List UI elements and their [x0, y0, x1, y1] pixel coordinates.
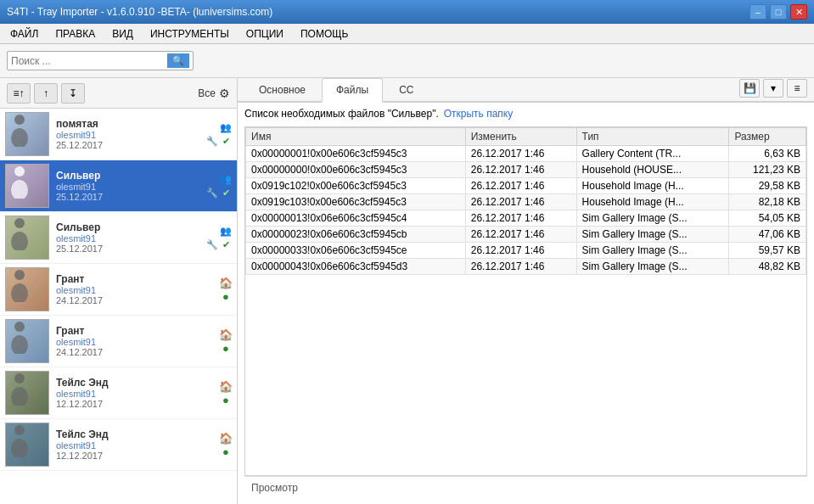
item-info: Тейлс Энд olesmit91 12.12.2017 [56, 377, 213, 409]
preview-section: Просмотр [244, 476, 807, 499]
svg-point-0 [14, 115, 25, 125]
file-size-cell: 59,57 KB [729, 243, 806, 259]
maximize-button[interactable]: □ [770, 4, 787, 20]
col-date[interactable]: Изменить [465, 128, 576, 146]
item-author: olesmit91 [56, 233, 199, 244]
save-button[interactable]: 💾 [739, 79, 760, 98]
svg-point-13 [11, 439, 28, 457]
file-table-wrapper: Имя Изменить Тип Размер 0x00000001!0x00e… [244, 126, 807, 476]
list-item[interactable]: Сильвер olesmit91 25.12.2017 👥 🔧 ✔ [0, 160, 237, 212]
item-name: Сильвер [56, 170, 199, 182]
menu-button[interactable]: ≡ [787, 79, 807, 98]
file-date-cell: 26.12.2017 1:46 [465, 194, 576, 210]
minimize-button[interactable]: – [749, 4, 766, 20]
up-button[interactable]: ↑ [34, 83, 58, 104]
window-controls: – □ ✕ [749, 4, 807, 20]
people-icon: 👥 [220, 173, 232, 185]
item-author: olesmit91 [56, 182, 199, 192]
item-icons: 🏠 ● [220, 277, 232, 302]
right-panel: Основное Файлы CC 💾 ▾ ≡ Список необходим… [238, 78, 814, 504]
file-type-cell: Sim Gallery Image (S... [576, 259, 729, 275]
col-size[interactable]: Размер [729, 128, 806, 146]
item-info: Грант olesmit91 24.12.2017 [56, 273, 213, 305]
file-date-cell: 26.12.2017 1:46 [465, 210, 576, 227]
item-name: Сильвер [56, 221, 199, 233]
search-input[interactable] [11, 55, 167, 67]
svg-point-3 [11, 180, 28, 199]
col-name[interactable]: Имя [246, 128, 466, 146]
item-info: Сильвер olesmit91 25.12.2017 [56, 170, 199, 202]
tool-icon: 🔧 [206, 187, 218, 199]
people-icon: 👥 [220, 121, 232, 133]
sim-icon: ● [220, 342, 232, 354]
tab-osnovnoe[interactable]: Основное [244, 78, 320, 101]
list-item[interactable]: Тейлс Энд olesmit91 12.12.2017 🏠 ● [0, 419, 237, 471]
sim-icon: ● [220, 394, 232, 406]
file-type-cell: Gallery Content (TR... [576, 146, 729, 162]
table-row[interactable]: 0x00000000!0x00e606c3cf5945c3 26.12.2017… [246, 162, 806, 178]
file-date-cell: 26.12.2017 1:46 [465, 227, 576, 243]
item-icons: 🏠 ● [220, 432, 232, 457]
sort-button[interactable]: ≡↑ [7, 83, 31, 104]
item-icons: 👥 🔧 ✔ [206, 173, 232, 199]
household-icon: 🏠 [220, 432, 232, 444]
list-container: помятая olesmit91 25.12.2017 👥 🔧 ✔ Сильв… [0, 109, 237, 504]
gear-icon[interactable]: ⚙ [219, 87, 230, 100]
tab-cc[interactable]: CC [385, 78, 428, 101]
files-panel: Список необходимых файлов "Сильвер". Отк… [238, 103, 814, 504]
left-toolbar-icons: ≡↑ ↑ ↧ [7, 83, 85, 104]
table-row[interactable]: 0x0919c102!0x00e606c3cf5945c3 26.12.2017… [246, 178, 806, 194]
file-table: Имя Изменить Тип Размер 0x00000001!0x00e… [245, 127, 806, 275]
item-date: 12.12.2017 [56, 451, 213, 461]
table-row[interactable]: 0x00000043!0x06e606c3cf5945d3 26.12.2017… [246, 259, 806, 275]
menu-item-опции[interactable]: ОПЦИИ [239, 26, 290, 42]
table-row[interactable]: 0x00000033!0x06e606c3cf5945ce 26.12.2017… [246, 243, 806, 259]
table-row[interactable]: 0x00000023!0x06e606c3cf5945cb 26.12.2017… [246, 227, 806, 243]
tab-files[interactable]: Файлы [322, 78, 383, 103]
list-item[interactable]: Сильвер olesmit91 25.12.2017 👥 🔧 ✔ [0, 212, 237, 264]
svg-point-10 [14, 373, 25, 384]
file-name-cell: 0x00000043!0x06e606c3cf5945d3 [246, 259, 466, 275]
item-icons: 👥 🔧 ✔ [206, 121, 232, 147]
list-item[interactable]: Тейлс Энд olesmit91 12.12.2017 🏠 ● [0, 367, 237, 419]
menu-item-инструменты[interactable]: ИНСТРУМЕНТЫ [143, 26, 236, 42]
menu-item-файл[interactable]: ФАЙЛ [3, 26, 45, 42]
sim-icon: ● [220, 445, 232, 457]
item-name: Тейлс Энд [56, 428, 213, 440]
table-row[interactable]: 0x0919c103!0x00e606c3cf5945c3 26.12.2017… [246, 194, 806, 210]
svg-point-11 [11, 387, 28, 406]
file-type-cell: Household Image (H... [576, 194, 729, 210]
list-item[interactable]: Грант olesmit91 24.12.2017 🏠 ● [0, 264, 237, 316]
dropdown-button[interactable]: ▾ [763, 79, 783, 98]
table-row[interactable]: 0x00000013!0x06e606c3cf5945c4 26.12.2017… [246, 210, 806, 227]
item-author: olesmit91 [56, 440, 213, 451]
menu-item-правка[interactable]: ПРАВКА [48, 26, 102, 42]
svg-point-4 [14, 218, 25, 228]
file-date-cell: 26.12.2017 1:46 [465, 178, 576, 194]
window-title: S4TI - Tray Importer - v1.6.0.910 -BETA-… [7, 6, 272, 18]
table-row[interactable]: 0x00000001!0x00e606c3cf5945c3 26.12.2017… [246, 146, 806, 162]
tabs-bar: Основное Файлы CC 💾 ▾ ≡ [238, 78, 814, 103]
sim-icon: ● [220, 290, 232, 302]
list-item[interactable]: Грант olesmit91 24.12.2017 🏠 ● [0, 316, 237, 367]
search-button[interactable]: 🔍 [167, 53, 189, 68]
menu-item-вид[interactable]: ВИД [105, 26, 140, 42]
export-button[interactable]: ↧ [61, 83, 85, 104]
file-size-cell: 82,18 KB [729, 194, 806, 210]
left-toolbar: ≡↑ ↑ ↧ Все ⚙ [0, 78, 237, 109]
files-header-text: Список необходимых файлов "Сильвер". [244, 108, 439, 120]
file-size-cell: 6,63 KB [729, 146, 806, 162]
left-panel: ≡↑ ↑ ↧ Все ⚙ помятая olesmit91 25.12.201… [0, 78, 238, 504]
file-date-cell: 26.12.2017 1:46 [465, 243, 576, 259]
svg-point-2 [14, 166, 25, 176]
svg-point-1 [11, 128, 28, 147]
col-type[interactable]: Тип [576, 128, 729, 146]
file-name-cell: 0x00000013!0x06e606c3cf5945c4 [246, 210, 466, 227]
item-date: 25.12.2017 [56, 244, 199, 254]
avatar [5, 371, 49, 415]
open-folder-link[interactable]: Открыть папку [444, 108, 514, 120]
avatar [5, 423, 49, 467]
close-button[interactable]: ✕ [790, 4, 807, 20]
list-item[interactable]: помятая olesmit91 25.12.2017 👥 🔧 ✔ [0, 109, 237, 160]
menu-item-помощь[interactable]: ПОМОЩЬ [294, 26, 355, 42]
